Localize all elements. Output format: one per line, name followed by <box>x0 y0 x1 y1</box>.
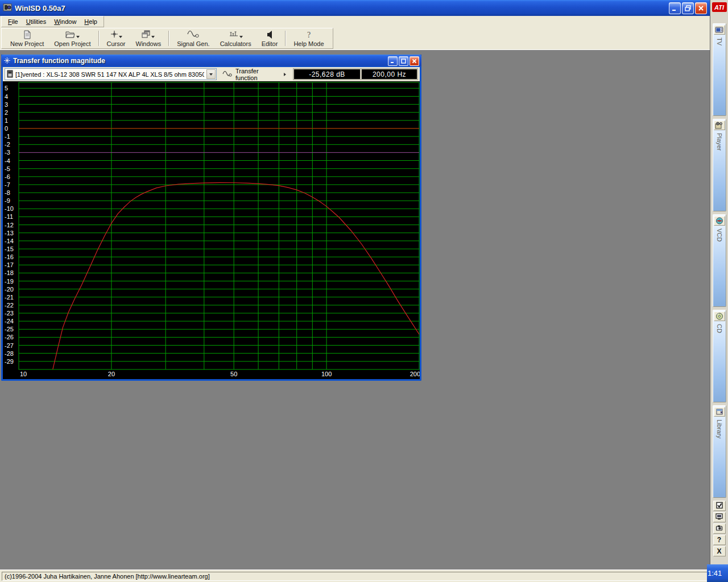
ati-monitor-button[interactable] <box>713 512 726 522</box>
winisd-main-window: WinISD 0.50a7 FileUtilitiesWindowHelp Ne… <box>0 0 710 582</box>
child-minimize-button[interactable] <box>388 56 398 66</box>
desktop-icon <box>715 525 723 533</box>
player-icon <box>714 120 725 130</box>
ati-button-tv[interactable]: TV <box>713 23 726 116</box>
toolbar-button-cursor[interactable]: Cursor <box>102 29 131 48</box>
x-tick-label: 20 <box>108 371 115 377</box>
vcd-icon <box>714 216 725 226</box>
graph-type-button[interactable]: Transfer function <box>218 68 290 80</box>
chart-area: 543210-1-2-3-4-5-6-7-8-9-10-11-12-13-14-… <box>3 81 420 379</box>
window-controls <box>669 2 707 14</box>
y-tick-label: -2 <box>5 141 10 148</box>
cd-icon <box>714 311 725 321</box>
restore-button[interactable] <box>682 2 694 14</box>
frequency-readout: 200,00 Hz <box>362 69 417 79</box>
y-tick-label: -26 <box>5 334 14 340</box>
menu-window[interactable]: Window <box>50 17 80 27</box>
transfer-function-window: Transfer function magnitude [1]vented : … <box>1 55 421 381</box>
ati-button-library[interactable]: Library <box>713 405 726 498</box>
windows-icon <box>142 30 151 40</box>
y-tick-label: -25 <box>5 326 14 332</box>
ati-checklist-button[interactable] <box>713 501 726 511</box>
y-tick-label: -15 <box>5 246 14 252</box>
toolbar-button-new-project[interactable]: New Project <box>5 29 49 48</box>
project-selector[interactable]: [1]vented : XLS-12 308 SWR 51 147 NX ALP… <box>5 68 217 80</box>
project-selector-dropdown-button[interactable] <box>206 69 216 79</box>
y-tick-label: -18 <box>5 269 14 276</box>
new-project-icon <box>23 30 31 40</box>
chevron-right-icon <box>284 73 286 76</box>
svg-text:?: ? <box>307 31 311 39</box>
mdi-workspace: Transfer function magnitude [1]vented : … <box>0 50 710 569</box>
desktop: WinISD 0.50a7 FileUtilitiesWindowHelp Ne… <box>0 0 728 582</box>
ati-button-vcd[interactable]: VCD <box>713 214 726 307</box>
toolbar-button-windows[interactable]: Windows <box>131 29 167 48</box>
menu-file[interactable]: File <box>4 17 22 27</box>
y-tick-label: -16 <box>5 253 14 260</box>
chevron-down-icon <box>76 36 80 38</box>
winisd-app-icon <box>3 3 12 13</box>
toolbar-button-calculators[interactable]: Calculators <box>215 29 257 48</box>
crosshair-icon <box>3 57 11 65</box>
toolbar-button-editor[interactable]: Editor <box>257 29 283 48</box>
x-tick-label: 100 <box>321 371 332 377</box>
y-tick-label: -10 <box>5 205 14 212</box>
x-tick-label: 200 <box>410 371 420 377</box>
ati-button-player[interactable]: Player <box>713 119 726 211</box>
child-window-controls <box>388 56 419 66</box>
transfer-function-chart[interactable]: 543210-1-2-3-4-5-6-7-8-9-10-11-12-13-14-… <box>3 81 420 379</box>
graph-type-label: Transfer function <box>235 68 281 81</box>
y-tick-label: -12 <box>5 222 14 228</box>
toolbar-button-open-project[interactable]: Open Project <box>49 29 96 48</box>
main-titlebar[interactable]: WinISD 0.50a7 <box>0 0 710 16</box>
magnitude-readout: -25,628 dB <box>294 69 360 79</box>
y-tick-label: -9 <box>5 197 10 204</box>
calculators-icon <box>229 30 239 39</box>
ati-close-button[interactable]: X <box>713 546 726 556</box>
check-icon <box>716 502 723 510</box>
close-button[interactable] <box>695 2 707 14</box>
toolbar-button-signal-gen[interactable]: Signal Gen. <box>172 29 214 48</box>
signal-gen-icon <box>187 30 200 39</box>
y-tick-label: -22 <box>5 302 14 309</box>
y-tick-label: -6 <box>5 173 10 180</box>
ati-logo: ATI <box>712 2 727 12</box>
child-titlebar[interactable]: Transfer function magnitude <box>1 55 421 67</box>
y-tick-label: 0 <box>5 125 8 132</box>
y-tick-label: 5 <box>5 85 8 92</box>
ati-button-cd[interactable]: CD <box>713 310 726 402</box>
y-tick-label: -13 <box>5 230 14 236</box>
y-tick-label: -24 <box>5 318 14 325</box>
y-tick-label: -8 <box>5 189 10 196</box>
y-tick-label: 2 <box>5 109 8 116</box>
child-close-button[interactable] <box>410 56 419 66</box>
menu-utilities[interactable]: Utilities <box>22 17 50 27</box>
driver-icon <box>7 70 13 79</box>
y-tick-label: -3 <box>5 149 10 156</box>
toolbar-button-help-mode[interactable]: ?Help Mode <box>288 29 329 48</box>
child-maximize-button[interactable] <box>399 56 408 66</box>
toolbar-separator <box>285 31 286 46</box>
chevron-down-icon <box>119 36 122 38</box>
status-text: (c)1996-2004 Juha Hartikainen, Janne Aho… <box>2 572 708 581</box>
chevron-down-icon <box>209 73 213 76</box>
ati-help-button[interactable]: ? <box>713 535 726 545</box>
y-tick-label: 3 <box>5 101 8 108</box>
tv-icon <box>714 25 725 35</box>
y-tick-label: -20 <box>5 286 14 293</box>
y-tick-label: -1 <box>5 133 10 140</box>
ati-launchpad: ATI TVPlayerVCDCDLibrary ?X <box>710 0 728 582</box>
x-tick-label: 10 <box>20 371 27 377</box>
y-tick-label: -7 <box>5 181 10 188</box>
minimize-button[interactable] <box>669 2 681 14</box>
status-bar: (c)1996-2004 Juha Hartikainen, Janne Aho… <box>0 569 710 582</box>
menu-help[interactable]: Help <box>80 17 101 27</box>
plot-frame <box>19 82 419 369</box>
ati-desktop-button[interactable] <box>713 523 726 534</box>
chevron-down-icon <box>239 36 243 38</box>
y-tick-label: -5 <box>5 165 10 172</box>
taskbar-clock: 1:41 <box>707 564 728 582</box>
cursor-icon <box>110 30 118 40</box>
main-window-title: WinISD 0.50a7 <box>15 4 65 13</box>
chevron-down-icon <box>151 36 155 38</box>
